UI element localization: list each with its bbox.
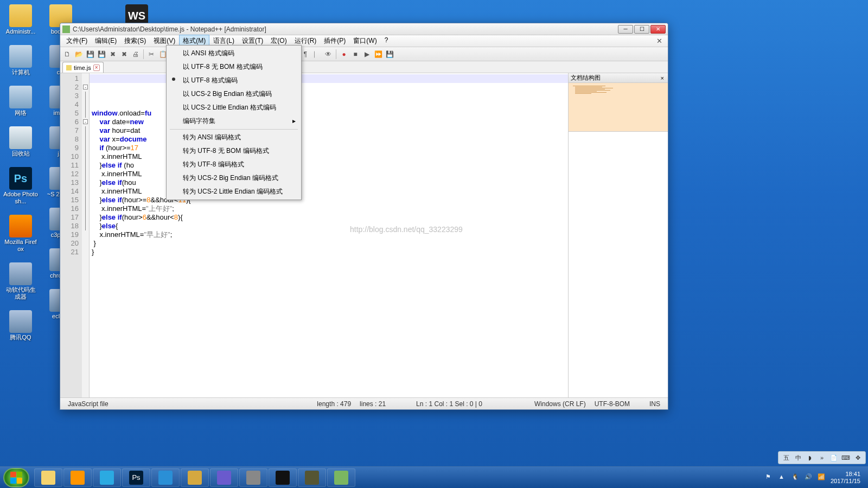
encoding-menu: 以 ANSI 格式编码以 UTF-8 无 BOM 格式编码以 UTF-8 格式编… [166, 45, 302, 200]
desktop-icon[interactable]: 回收站 [3, 126, 38, 157]
toolbar: 🗋 📂 💾 💾 ✖ ✖ 🖨 ✂ 📋 📄 ↶ ↷ 🔍 🔎 + − ⊞ ⊟ ↩ ¶ … [60, 47, 668, 61]
status-ins: INS [645, 400, 665, 408]
menu-option[interactable]: 以 ANSI 格式编码 [168, 47, 300, 60]
code-area[interactable]: window.onload=fu var date=new var hour=d… [90, 73, 568, 397]
taskbar-item-360[interactable] [93, 468, 121, 487]
taskbar-item-cmd[interactable] [269, 468, 297, 487]
menu-option[interactable]: 转为 UCS-2 Little Endian 编码格式 [168, 185, 300, 198]
langbar-item[interactable]: ✥ [853, 453, 862, 462]
desktop-icon[interactable]: 网络 [3, 86, 38, 117]
line-gutter: 123456789101112131415161718192021 [60, 73, 82, 397]
language-bar[interactable]: 五中◗»📄⌨✥ [778, 451, 866, 464]
langbar-item[interactable]: 五 [782, 453, 790, 462]
menu-option[interactable]: 编码字符集▸ [168, 114, 300, 128]
tray-sound-icon[interactable]: 🔊 [805, 473, 813, 482]
maximize-button[interactable]: ☐ [634, 25, 649, 34]
indent-guide-icon[interactable]: ⎸ [312, 49, 322, 59]
tray-qq-icon[interactable]: 🐧 [792, 473, 800, 482]
menu-option[interactable]: 以 UTF-8 无 BOM 格式编码 [168, 60, 300, 74]
taskbar-item-thunder[interactable] [151, 468, 180, 487]
menu-item[interactable]: 搜索(S) [120, 35, 150, 47]
print-icon[interactable]: 🖨 [131, 49, 141, 59]
menu-item[interactable]: ? [381, 35, 392, 47]
desktop-icon[interactable]: Mozilla Firefox [3, 215, 38, 253]
current-line-highlight [90, 74, 568, 83]
menu-item[interactable]: 插件(P) [320, 35, 349, 47]
langbar-item[interactable]: ◗ [806, 453, 814, 462]
menu-item[interactable]: 窗口(W) [349, 35, 380, 47]
editor[interactable]: 123456789101112131415161718192021 -- win… [60, 73, 568, 397]
record-icon[interactable]: ● [339, 49, 349, 59]
panel-title: 文档结构图 [571, 74, 601, 82]
panel-close-icon[interactable]: × [659, 75, 666, 81]
close-all-icon[interactable]: ✖ [119, 49, 129, 59]
menu-item[interactable]: 文件(F) [62, 35, 91, 47]
taskbar-item-photoshop[interactable]: Ps [122, 468, 150, 487]
langbar-item[interactable]: 📄 [829, 453, 838, 462]
system-tray[interactable]: ⚑ ▲ 🐧 🔊 📶 18:41 2017/11/15 [765, 471, 865, 485]
menu-option[interactable]: 以 UCS-2 Little Endian 格式编码 [168, 101, 300, 114]
tray-up-icon[interactable]: ▲ [778, 473, 787, 482]
taskbar-item-explorer[interactable] [34, 468, 62, 487]
doc-map-panel: 文档结构图 × [568, 73, 668, 397]
show-chars-icon[interactable]: ¶ [301, 49, 310, 59]
mdi-close-button[interactable]: ✕ [653, 37, 666, 45]
taskbar-item-notepadpp[interactable] [327, 468, 355, 487]
close-file-icon[interactable]: ✖ [108, 49, 118, 59]
tab-timejs[interactable]: time.js × [62, 62, 104, 73]
save-all-icon[interactable]: 💾 [97, 49, 106, 59]
cut-icon[interactable]: ✂ [146, 49, 156, 59]
desktop-icon[interactable]: Administr... [3, 4, 38, 35]
fold-margin[interactable]: -- [82, 73, 90, 397]
save-macro-icon[interactable]: 💾 [385, 49, 394, 59]
langbar-item[interactable]: » [818, 453, 826, 462]
notepadpp-window: C:\Users\Administrator\Desktop\time.js -… [60, 23, 668, 410]
taskbar-item-app3[interactable] [239, 468, 267, 487]
tray-flag-icon[interactable]: ⚑ [765, 473, 774, 482]
langbar-item[interactable]: ⌨ [841, 453, 850, 462]
start-button[interactable] [3, 468, 29, 487]
menu-option[interactable]: 转为 ANSI 编码格式 [168, 131, 300, 144]
js-file-icon [66, 65, 72, 70]
desktop-icon[interactable]: 计算机 [3, 45, 38, 76]
menu-option[interactable]: 转为 UCS-2 Big Endian 编码格式 [168, 171, 300, 185]
titlebar[interactable]: C:\Users\Administrator\Desktop\time.js -… [60, 23, 668, 35]
taskbar-item-app1[interactable] [181, 468, 209, 487]
desktop-icon[interactable]: 腾讯QQ [3, 310, 38, 341]
desktop-icon[interactable]: 动软代码生成器 [3, 262, 38, 300]
taskbar-item-firefox[interactable] [63, 468, 92, 487]
window-title: C:\Users\Administrator\Desktop\time.js -… [73, 25, 618, 33]
lang-icon[interactable]: 👁 [323, 49, 333, 59]
tray-net-icon[interactable]: 📶 [818, 473, 826, 482]
menu-item[interactable]: 编辑(E) [91, 35, 120, 47]
menu-option[interactable]: 转为 UTF-8 编码格式 [168, 158, 300, 171]
menu-option[interactable]: 以 UCS-2 Big Endian 格式编码 [168, 87, 300, 101]
status-language: JavaScript file [63, 400, 113, 408]
tabbar: time.js × [60, 61, 668, 73]
taskbar-item-app4[interactable] [298, 468, 326, 487]
status-eol: Windows (CR LF) [530, 400, 590, 408]
menu-option[interactable]: 以 UTF-8 格式编码 [168, 74, 300, 87]
notepadpp-icon [62, 25, 70, 33]
menubar: 文件(F)编辑(E)搜索(S)视图(V)格式(M)语言(L)设置(T)宏(O)运… [60, 35, 668, 47]
play-icon[interactable]: ▶ [362, 49, 372, 59]
doc-map[interactable] [569, 83, 668, 132]
stop-icon[interactable]: ■ [350, 49, 360, 59]
status-length: length : 479 [312, 400, 355, 408]
tab-close-icon[interactable]: × [93, 65, 100, 71]
status-position: Ln : 1 Col : 1 Sel : 0 | 0 [412, 400, 487, 408]
status-encoding: UTF-8-BOM [590, 400, 634, 408]
langbar-item[interactable]: 中 [794, 453, 802, 462]
taskbar-item-app2[interactable] [210, 468, 238, 487]
open-file-icon[interactable]: 📂 [74, 49, 84, 59]
save-icon[interactable]: 💾 [85, 49, 95, 59]
playrep-icon[interactable]: ⏩ [373, 49, 383, 59]
new-file-icon[interactable]: 🗋 [62, 49, 72, 59]
minimize-button[interactable]: ─ [618, 25, 633, 34]
close-button[interactable]: ✕ [650, 25, 666, 34]
statusbar: JavaScript file length : 479 lines : 21 … [60, 397, 668, 409]
status-lines: lines : 21 [355, 400, 390, 408]
menu-option[interactable]: 转为 UTF-8 无 BOM 编码格式 [168, 144, 300, 158]
clock[interactable]: 18:41 2017/11/15 [831, 471, 860, 485]
desktop-icon[interactable]: PsAdobe Photosh... [3, 167, 38, 205]
